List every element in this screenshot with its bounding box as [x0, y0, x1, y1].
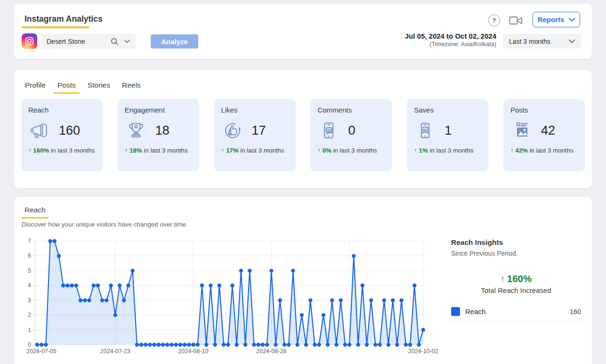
- chart-point[interactable]: [118, 283, 121, 287]
- chart-point[interactable]: [356, 343, 360, 347]
- chart-point[interactable]: [274, 343, 277, 347]
- chart-point[interactable]: [313, 343, 316, 347]
- chart-point[interactable]: [222, 343, 226, 347]
- reports-button[interactable]: Reports: [533, 12, 580, 27]
- chart-point[interactable]: [412, 283, 416, 287]
- chart-point[interactable]: [165, 343, 169, 347]
- chart-point[interactable]: [417, 343, 420, 347]
- chart-point[interactable]: [399, 299, 403, 302]
- chart-point[interactable]: [226, 343, 230, 347]
- chart-point[interactable]: [61, 283, 65, 287]
- chart-point[interactable]: [387, 343, 390, 347]
- chart-point[interactable]: [148, 343, 152, 347]
- account-selector[interactable]: Desert Stone: [41, 34, 136, 49]
- chart-point[interactable]: [404, 343, 408, 347]
- chart-point[interactable]: [230, 283, 234, 287]
- reach-area-chart[interactable]: 012345672024-07-052024-07-232024-08-1020…: [19, 235, 457, 361]
- chart-point[interactable]: [257, 343, 260, 347]
- chart-point[interactable]: [265, 343, 269, 347]
- chart-point[interactable]: [35, 343, 39, 347]
- chart-point[interactable]: [178, 343, 182, 347]
- chart-point[interactable]: [352, 254, 356, 258]
- chart-point[interactable]: [74, 283, 78, 287]
- chart-point[interactable]: [79, 299, 82, 302]
- chart-point[interactable]: [196, 343, 200, 347]
- chart-point[interactable]: [191, 343, 195, 347]
- chart-point[interactable]: [269, 269, 273, 273]
- chart-point[interactable]: [373, 343, 377, 347]
- chart-point[interactable]: [96, 283, 100, 287]
- chart-point[interactable]: [395, 343, 399, 347]
- chart-point[interactable]: [300, 313, 304, 317]
- chart-point[interactable]: [287, 343, 291, 347]
- chart-point[interactable]: [200, 283, 204, 287]
- chart-point[interactable]: [44, 343, 48, 347]
- period-dropdown[interactable]: Last 3 months: [503, 34, 581, 49]
- chart-point[interactable]: [130, 269, 134, 273]
- chart-point[interactable]: [330, 299, 334, 302]
- tab-reels[interactable]: Reels: [122, 81, 141, 92]
- chart-point[interactable]: [92, 283, 96, 287]
- chart-point[interactable]: [369, 299, 373, 302]
- chart-point[interactable]: [291, 269, 295, 273]
- chart-point[interactable]: [109, 283, 113, 287]
- analyze-button[interactable]: Analyze: [151, 34, 198, 49]
- chart-point[interactable]: [243, 343, 247, 347]
- tab-profile[interactable]: Profile: [25, 81, 46, 92]
- chart-point[interactable]: [126, 283, 130, 287]
- chart-point[interactable]: [391, 299, 395, 302]
- chart-point[interactable]: [421, 328, 425, 332]
- chart-point[interactable]: [100, 299, 104, 302]
- chart-point[interactable]: [174, 343, 178, 347]
- chart-point[interactable]: [213, 343, 217, 347]
- chart-point[interactable]: [152, 343, 156, 347]
- chart-point[interactable]: [304, 343, 308, 347]
- chart-point[interactable]: [317, 343, 321, 347]
- chart-point[interactable]: [322, 313, 325, 317]
- chart-point[interactable]: [57, 254, 61, 258]
- chart-point[interactable]: [209, 283, 212, 287]
- chart-point[interactable]: [283, 343, 286, 347]
- chart-point[interactable]: [326, 343, 330, 347]
- chart-point[interactable]: [234, 343, 238, 347]
- chart-point[interactable]: [339, 299, 343, 302]
- tab-stories[interactable]: Stories: [88, 81, 110, 92]
- chart-point[interactable]: [161, 343, 165, 347]
- chart-point[interactable]: [139, 343, 143, 347]
- chart-point[interactable]: [70, 283, 73, 287]
- chart-point[interactable]: [135, 343, 139, 347]
- chart-point[interactable]: [83, 299, 87, 302]
- chart-point[interactable]: [248, 269, 251, 273]
- help-icon[interactable]: ?: [488, 15, 500, 26]
- chart-point[interactable]: [378, 343, 381, 347]
- chart-point[interactable]: [295, 343, 299, 347]
- chart-point[interactable]: [361, 283, 364, 287]
- chart-point[interactable]: [408, 343, 412, 347]
- chart-point[interactable]: [144, 343, 147, 347]
- chart-point[interactable]: [308, 299, 312, 302]
- chart-point[interactable]: [261, 343, 265, 347]
- chart-point[interactable]: [40, 343, 43, 347]
- tab-posts[interactable]: Posts: [57, 81, 76, 92]
- chart-point[interactable]: [170, 343, 173, 347]
- chart-point[interactable]: [187, 343, 191, 347]
- chart-point[interactable]: [157, 343, 161, 347]
- chart-point[interactable]: [252, 343, 256, 347]
- chart-point[interactable]: [183, 343, 186, 347]
- chart-point[interactable]: [204, 343, 208, 347]
- chart-point[interactable]: [48, 239, 52, 243]
- chart-point[interactable]: [278, 299, 282, 302]
- chart-point[interactable]: [113, 313, 117, 317]
- chart-point[interactable]: [343, 343, 347, 347]
- chart-point[interactable]: [347, 343, 351, 347]
- chart-point[interactable]: [218, 283, 221, 287]
- chart-point[interactable]: [334, 343, 338, 347]
- chart-point[interactable]: [239, 269, 243, 273]
- chart-point[interactable]: [382, 299, 386, 302]
- chart-point[interactable]: [87, 299, 91, 302]
- chart-point[interactable]: [122, 299, 126, 302]
- legend-row[interactable]: Reach 160: [451, 307, 581, 322]
- chart-point[interactable]: [105, 299, 108, 302]
- video-tutorial-icon[interactable]: [509, 16, 523, 26]
- chart-point[interactable]: [53, 239, 57, 243]
